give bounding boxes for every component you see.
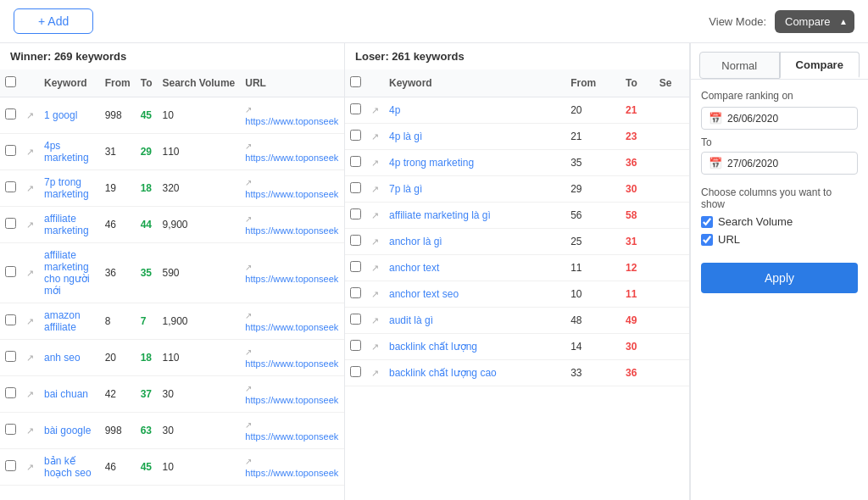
keyword-link[interactable]: anh seo [44,352,81,364]
row-icon-cell: ↗ [21,134,39,170]
row-checkbox-cell [345,124,366,150]
add-button[interactable]: + Add [14,8,93,34]
url-link[interactable]: https://www.toponseek [245,395,338,405]
keyword-link[interactable]: 7p là gì [389,183,422,195]
url-checkbox-row: URL [701,233,858,246]
normal-mode-button[interactable]: Normal [699,52,780,79]
external-link-icon: ↗ [371,368,379,378]
se-cell [654,308,689,334]
url-cell: ↗ https://www.toponseek [240,376,344,413]
table-row: ↗ bang bao gia dich vu seo 19 17 70 ↗ ht… [0,486,344,490]
url-checkbox[interactable] [701,234,713,246]
row-checkbox[interactable] [5,424,16,435]
url-link[interactable]: https://www.toponseek [245,189,338,199]
volume-cell: 1,900 [157,303,240,340]
from-cell: 42 [100,376,136,413]
row-icon-cell: ↗ [21,340,39,376]
external-link-icon: ↗ [26,462,34,472]
from-cell: 19 [100,486,136,490]
row-checkbox[interactable] [5,314,16,325]
url-link[interactable]: https://www.toponseek [245,153,338,163]
from-date-input[interactable] [727,113,854,125]
keyword-link[interactable]: affiliate marketing là gì [389,209,491,221]
row-checkbox[interactable] [350,287,361,298]
url-link[interactable]: https://www.toponseek [245,225,338,236]
row-checkbox[interactable] [5,351,16,362]
table-row: ↗ affiliate marketing cho người mới 36 3… [0,243,344,303]
volume-cell: 10 [157,97,240,134]
keyword-link[interactable]: 4ps marketing [44,140,89,164]
keyword-link[interactable]: bai chuan [44,388,88,400]
to-cell: 36 [620,360,654,386]
external-icon: ↗ [245,214,252,224]
row-checkbox[interactable] [350,130,361,141]
row-checkbox[interactable] [5,108,16,119]
apply-button[interactable]: Apply [701,263,858,293]
keyword-link[interactable]: bản kế hoạch seo [44,455,92,479]
loser-col-se: Se [654,69,689,97]
url-link[interactable]: https://www.toponseek [245,468,338,478]
row-checkbox[interactable] [350,103,361,114]
keyword-link[interactable]: audit là gì [389,314,433,326]
row-checkbox[interactable] [350,366,361,377]
search-volume-checkbox[interactable] [701,216,713,228]
external-icon: ↗ [245,420,252,430]
row-icon-cell: ↗ [366,308,384,334]
keyword-link[interactable]: affiliate marketing cho người mới [44,249,90,297]
row-checkbox[interactable] [5,387,16,398]
row-checkbox[interactable] [5,460,16,471]
keyword-link[interactable]: bài google [44,425,91,436]
keyword-cell: anchor text [384,255,565,281]
to-cell: 45 [136,449,158,486]
url-link[interactable]: https://www.toponseek [245,322,338,332]
calendar-from-icon: 📅 [709,112,722,125]
from-cell: 10 [565,281,620,308]
keyword-link[interactable]: backlink chất lượng cao [389,367,497,379]
keyword-link[interactable]: anchor là gì [389,236,442,247]
view-mode-select[interactable]: Compare Normal [775,10,854,33]
keyword-link[interactable]: anchor text seo [389,288,459,300]
keyword-cell: 4p [384,97,565,124]
url-cell: ↗ https://www.toponseek [240,170,344,207]
loser-table: Keyword From To Se ↗ 4p 20 21 ↗ 4p l [345,69,689,386]
keyword-link[interactable]: 4p là gì [389,131,422,142]
row-checkbox[interactable] [350,235,361,246]
keyword-link[interactable]: 4p [389,104,400,116]
keyword-link[interactable]: 1 googl [44,109,77,121]
url-link[interactable]: https://www.toponseek [245,431,338,442]
external-link-icon: ↗ [26,353,34,363]
keyword-link[interactable]: 7p trong marketing [44,176,89,200]
loser-select-all[interactable] [350,76,361,87]
keyword-link[interactable]: anchor text [389,262,439,274]
winner-select-all[interactable] [5,76,16,87]
row-icon-cell: ↗ [21,376,39,413]
url-link[interactable]: https://www.toponseek [245,274,338,284]
row-icon-cell: ↗ [366,203,384,229]
compare-mode-button[interactable]: Compare [780,52,860,79]
keyword-link[interactable]: amazon affiliate [44,309,81,333]
row-checkbox[interactable] [350,340,361,351]
keyword-cell: bài google [39,413,100,449]
row-checkbox[interactable] [350,208,361,219]
url-link[interactable]: https://www.toponseek [245,116,338,126]
to-date-input[interactable] [727,158,854,169]
row-checkbox[interactable] [350,156,361,167]
row-icon-cell: ↗ [366,334,384,360]
keyword-link[interactable]: backlink chất lượng [389,341,477,353]
row-checkbox[interactable] [350,182,361,193]
row-checkbox[interactable] [350,261,361,272]
keyword-link[interactable]: affiliate marketing [44,213,89,236]
row-checkbox[interactable] [5,266,16,277]
keyword-link[interactable]: 4p trong marketing [389,157,474,169]
row-checkbox[interactable] [350,314,361,325]
se-cell [654,229,689,255]
row-checkbox[interactable] [5,181,16,192]
url-link[interactable]: https://www.toponseek [245,358,338,369]
row-icon-cell: ↗ [366,176,384,203]
external-link-icon: ↗ [371,342,379,352]
row-checkbox[interactable] [5,145,16,156]
row-icon-cell: ↗ [366,150,384,176]
url-cell: ↗ https://www.toponseek [240,134,344,170]
row-checkbox[interactable] [5,218,16,229]
row-checkbox-cell [345,176,366,203]
